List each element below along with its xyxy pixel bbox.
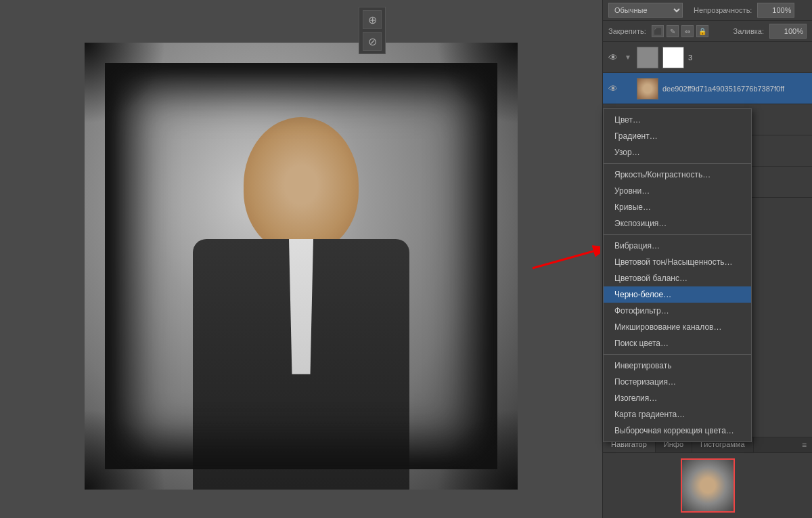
layer-thumbnail <box>637 47 658 68</box>
layer-item[interactable]: 👁 dee902ff9d71a4903516776b7387f0ff <box>603 73 812 104</box>
layer-name: dee902ff9d71a4903516776b7387f0ff <box>662 85 808 93</box>
layers-header: Обычные Непрозрачность: <box>603 0 812 21</box>
move-tool-button[interactable]: ⊕ <box>363 10 382 29</box>
panel-close-button[interactable]: ≡ <box>796 437 812 452</box>
menu-item-channelmix[interactable]: Микшировование каналов… <box>604 319 751 335</box>
bottom-panel: Навигатор Инфо Гистограмма ≡ 50% △ ▽ <box>603 437 812 518</box>
menu-item-blackwhite[interactable]: Черно-белое… <box>604 286 751 303</box>
menu-item-cvet[interactable]: Цвет… <box>604 112 751 128</box>
menu-item-vibrance[interactable]: Вибрация… <box>604 238 751 254</box>
canvas-area: ⊕ ⊘ <box>0 0 602 518</box>
opacity-label: Непрозрачность: <box>694 6 752 14</box>
layers-lock-row: Закрепить: ⬛ ✎ ⇔ 🔒 Заливка: <box>603 21 812 42</box>
lock-move-button[interactable]: ✎ <box>667 25 679 37</box>
menu-item-colorbalance[interactable]: Цветовой баланс… <box>604 270 751 286</box>
layer-visibility-toggle[interactable]: 👁 <box>607 51 619 64</box>
layer-name: 3 <box>688 53 808 62</box>
menu-item-hsl[interactable]: Цветовой тон/Насыщенность… <box>604 254 751 270</box>
fill-label: Заливка: <box>734 27 764 35</box>
float-toolbar: ⊕ ⊘ <box>359 7 386 54</box>
lock-artboard-button[interactable]: ⇔ <box>681 25 694 37</box>
layer-group-arrow: ▼ <box>623 51 633 64</box>
menu-item-gradient[interactable]: Градиент… <box>604 128 751 144</box>
menu-item-photofilter[interactable]: Фотофильтр… <box>604 303 751 319</box>
layer-spacer <box>623 83 633 95</box>
menu-separator <box>604 163 751 164</box>
menu-item-colorfind[interactable]: Поиск цвета… <box>604 335 751 351</box>
opacity-input[interactable] <box>757 3 794 18</box>
grunge-corner-tr <box>436 43 518 124</box>
grunge-corner-bl <box>85 408 166 490</box>
fill-input[interactable] <box>769 24 807 39</box>
canvas-image <box>85 43 518 490</box>
layer-mask-thumbnail <box>662 47 684 68</box>
lock-label: Закрепить: <box>608 27 646 35</box>
navigator-content <box>603 453 812 518</box>
menu-item-uzor[interactable]: Узор… <box>604 144 751 160</box>
svg-line-1 <box>533 251 593 268</box>
menu-separator <box>604 354 751 355</box>
lock-icons: ⬛ ✎ ⇔ 🔒 <box>652 25 708 37</box>
eyedrop-tool-button[interactable]: ⊘ <box>363 32 382 51</box>
menu-item-selectivecolor[interactable]: Выборочная коррекция цвета… <box>604 423 751 439</box>
context-menu: Цвет… Градиент… Узор… Яркость/Контрастно… <box>603 108 752 442</box>
menu-item-threshold[interactable]: Изогелия… <box>604 390 751 406</box>
menu-item-gradientmap[interactable]: Карта градиента… <box>604 406 751 423</box>
lock-pixels-button[interactable]: ⬛ <box>652 25 664 37</box>
menu-item-curves[interactable]: Кривые… <box>604 199 751 215</box>
layer-item[interactable]: 👁 ▼ 3 <box>603 42 812 73</box>
grunge-corner-br <box>436 408 518 490</box>
red-arrow-annotation <box>526 241 600 275</box>
menu-item-posterize[interactable]: Постеризация… <box>604 374 751 390</box>
menu-item-brightness[interactable]: Яркость/Контрастность… <box>604 167 751 183</box>
grunge-corner-tl <box>85 43 166 124</box>
blend-mode-select[interactable]: Обычные <box>608 3 683 18</box>
navigator-thumbnail <box>681 458 735 513</box>
menu-item-exposure[interactable]: Экспозиция… <box>604 215 751 232</box>
lock-all-button[interactable]: 🔒 <box>696 25 708 37</box>
layer-thumbnail <box>637 78 658 100</box>
menu-separator <box>604 234 751 235</box>
canvas-container <box>85 43 518 490</box>
right-panel: Обычные Непрозрачность: Закрепить: ⬛ ✎ ⇔… <box>602 0 812 518</box>
menu-item-invert[interactable]: Инвертировать <box>604 358 751 374</box>
layer-visibility-toggle[interactable]: 👁 <box>607 83 619 95</box>
menu-item-levels[interactable]: Уровни… <box>604 183 751 199</box>
